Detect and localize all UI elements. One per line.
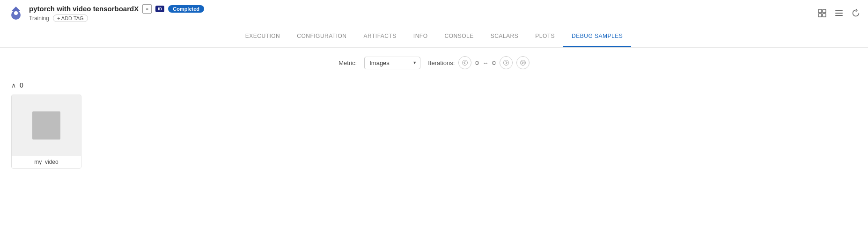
svg-rect-9 — [835, 15, 843, 16]
page-title: pytorch with video tensorboardX — [29, 5, 139, 13]
section-header: ∧ 0 — [11, 81, 857, 89]
svg-rect-5 — [818, 14, 822, 17]
tab-debug-samples[interactable]: DEBUG SAMPLES — [563, 26, 631, 47]
layout-button[interactable] — [817, 8, 827, 18]
iter-last-button[interactable] — [516, 56, 530, 69]
doc-icon[interactable]: ≡ — [142, 4, 152, 14]
metric-select-wrapper: Images — [364, 57, 420, 69]
iter-next-button[interactable] — [500, 56, 513, 69]
svg-rect-3 — [818, 9, 822, 13]
app-logo — [7, 5, 24, 22]
svg-rect-6 — [823, 14, 826, 17]
iter-arrow-icon: ↔ — [483, 59, 489, 66]
header: pytorch with video tensorboardX ≡ ID Com… — [0, 0, 868, 26]
svg-rect-4 — [823, 9, 826, 13]
tab-artifacts[interactable]: ARTIFACTS — [355, 26, 405, 47]
header-title-section: pytorch with video tensorboardX ≡ ID Com… — [29, 4, 204, 22]
refresh-button[interactable] — [851, 8, 861, 18]
tab-execution[interactable]: EXECUTION — [237, 26, 289, 47]
tab-info[interactable]: INFO — [405, 26, 436, 47]
controls-bar: Metric: Images Iterations: 0 ↔ 0 — [0, 48, 868, 78]
svg-point-11 — [503, 60, 508, 66]
image-placeholder — [32, 111, 60, 140]
id-icon: ID — [155, 6, 164, 12]
svg-marker-1 — [11, 7, 21, 11]
metric-label: Metric: — [338, 59, 357, 66]
iterations-controls: Iterations: 0 ↔ 0 — [428, 56, 530, 69]
svg-point-10 — [463, 60, 468, 66]
menu-button[interactable] — [834, 8, 844, 18]
header-right — [817, 8, 861, 18]
svg-rect-7 — [835, 10, 843, 11]
iter-prev-button[interactable] — [458, 56, 471, 69]
iter-start-value: 0 — [475, 59, 478, 66]
chevron-icon[interactable]: ∧ — [11, 81, 16, 89]
tab-console[interactable]: CONSOLE — [436, 26, 482, 47]
svg-point-2 — [14, 11, 18, 15]
iterations-label: Iterations: — [428, 59, 455, 66]
status-badge: Completed — [168, 5, 204, 13]
image-thumbnail — [12, 95, 81, 156]
tab-bar: EXECUTION CONFIGURATION ARTIFACTS INFO C… — [0, 26, 868, 48]
content-area: ∧ 0 my_video — [0, 78, 868, 180]
tab-configuration[interactable]: CONFIGURATION — [288, 26, 355, 47]
section-title: 0 — [20, 81, 23, 89]
image-label: my_video — [12, 156, 81, 168]
image-card[interactable]: my_video — [11, 95, 81, 169]
image-grid: my_video — [11, 95, 857, 169]
iter-end-value: 0 — [493, 59, 496, 66]
tab-scalars[interactable]: SCALARS — [482, 26, 527, 47]
tab-plots[interactable]: PLOTS — [527, 26, 563, 47]
add-tag-button[interactable]: + ADD TAG — [53, 15, 88, 22]
header-subtitle: Training — [29, 15, 49, 22]
svg-rect-8 — [835, 13, 843, 14]
metric-select[interactable]: Images — [364, 57, 420, 69]
